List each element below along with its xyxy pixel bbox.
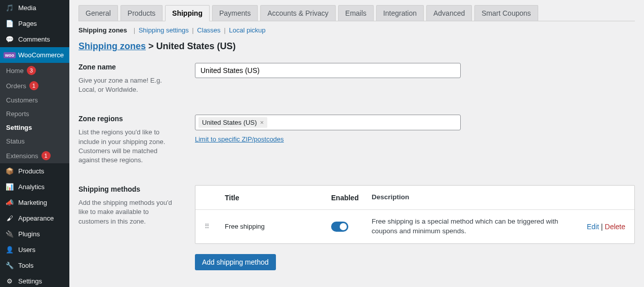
breadcrumb-current: United States (US) <box>156 41 236 51</box>
breadcrumb: Shipping zones > United States (US) <box>78 41 635 52</box>
add-shipping-method-button[interactable]: Add shipping method <box>195 254 276 270</box>
sidebar-label: Settings <box>18 277 42 285</box>
sidebar-item-woocommerce[interactable]: wooWooCommerce <box>0 47 69 63</box>
badge: 1 <box>42 151 51 160</box>
drag-handle-icon[interactable]: ⠿ <box>205 223 211 230</box>
settings-tabs: General Products Shipping Payments Accou… <box>78 5 635 21</box>
tab-emails[interactable]: Emails <box>338 5 374 21</box>
tab-products[interactable]: Products <box>120 5 163 21</box>
submenu-status[interactable]: Status <box>0 134 69 148</box>
sidebar-label: Tools <box>18 262 33 269</box>
sidebar-item-marketing[interactable]: 📣Marketing <box>0 195 69 210</box>
methods-desc: Add the shipping methods you'd like to m… <box>78 198 175 226</box>
sidebar-label: Users <box>18 246 35 254</box>
col-title: Title <box>225 194 331 202</box>
sidebar-item-media[interactable]: 🎵Media <box>0 0 69 16</box>
zone-name-input[interactable] <box>195 63 461 78</box>
tab-advanced[interactable]: Advanced <box>426 5 472 21</box>
sidebar-label: Appearance <box>18 214 54 222</box>
method-description: Free shipping is a special method which … <box>372 217 572 236</box>
tools-icon: 🔧 <box>5 262 14 269</box>
zone-regions-label: Zone regions <box>78 115 175 123</box>
submenu-extensions[interactable]: Extensions1 <box>0 148 69 163</box>
sidebar-item-comments[interactable]: 💬Comments <box>0 31 69 47</box>
zone-name-row: Zone name Give your zone a name! E.g. Lo… <box>78 63 635 94</box>
appearance-icon: 🖌 <box>5 214 14 222</box>
tab-smart-coupons[interactable]: Smart Coupons <box>474 5 538 21</box>
zone-regions-desc: List the regions you'd like to include i… <box>78 128 175 165</box>
sidebar-label: Pages <box>18 20 37 27</box>
delete-link[interactable]: Delete <box>605 223 625 231</box>
subnav-local-pickup[interactable]: Local pickup <box>229 26 265 34</box>
remove-tag-icon[interactable]: × <box>260 119 264 126</box>
edit-link[interactable]: Edit <box>587 223 599 231</box>
zone-regions-input[interactable]: United States (US) × <box>195 115 461 130</box>
shipping-methods-table: Title Enabled Description ⠿ Free shippin… <box>195 185 635 244</box>
pages-icon: 📄 <box>5 20 14 27</box>
submenu-label: Status <box>6 137 25 145</box>
limit-postcodes-link[interactable]: Limit to specific ZIP/postcodes <box>195 135 284 143</box>
submenu-orders[interactable]: Orders1 <box>0 78 69 93</box>
methods-label: Shipping methods <box>78 185 175 193</box>
col-description: Description <box>372 193 572 202</box>
woocommerce-icon: woo <box>5 52 14 58</box>
badge: 1 <box>29 81 38 90</box>
submenu-reports[interactable]: Reports <box>0 107 69 121</box>
tab-shipping[interactable]: Shipping <box>165 5 210 21</box>
enabled-toggle[interactable] <box>331 222 348 232</box>
table-row: ⠿ Free shipping Free shipping is a speci… <box>195 210 634 243</box>
submenu-label: Home <box>6 67 24 75</box>
sidebar-label: Plugins <box>18 230 40 238</box>
sidebar-label: Marketing <box>18 199 47 206</box>
zone-regions-row: Zone regions List the regions you'd like… <box>78 115 635 165</box>
submenu-settings[interactable]: Settings <box>0 121 69 134</box>
sidebar-item-settings[interactable]: ⚙Settings <box>0 273 69 287</box>
submenu-label: Settings <box>6 124 32 131</box>
subnav-shipping-settings[interactable]: Shipping settings <box>139 26 189 34</box>
tab-accounts[interactable]: Accounts & Privacy <box>260 5 336 21</box>
sidebar-item-tools[interactable]: 🔧Tools <box>0 258 69 273</box>
badge: 3 <box>27 66 36 75</box>
marketing-icon: 📣 <box>5 199 14 206</box>
sidebar-item-pages[interactable]: 📄Pages <box>0 16 69 31</box>
sidebar-label: Products <box>18 167 44 175</box>
woocommerce-submenu: Home3 Orders1 Customers Reports Settings… <box>0 63 69 163</box>
shipping-methods-row: Shipping methods Add the shipping method… <box>78 185 635 270</box>
method-title: Free shipping <box>225 223 331 230</box>
users-icon: 👤 <box>5 246 14 254</box>
submenu-label: Customers <box>6 96 38 104</box>
col-enabled: Enabled <box>331 194 372 202</box>
zone-name-label: Zone name <box>78 63 175 71</box>
zone-name-desc: Give your zone a name! E.g. Local, or Wo… <box>78 76 175 94</box>
admin-sidebar: 🎵Media 📄Pages 💬Comments wooWooCommerce H… <box>0 0 69 287</box>
media-icon: 🎵 <box>5 4 14 12</box>
submenu-label: Reports <box>6 110 29 118</box>
table-header: Title Enabled Description <box>195 186 634 210</box>
shipping-subnav: Shipping zones | Shipping settings | Cla… <box>78 26 635 34</box>
subnav-current: Shipping zones <box>78 26 127 34</box>
submenu-label: Orders <box>6 82 26 90</box>
tab-payments[interactable]: Payments <box>212 5 258 21</box>
submenu-customers[interactable]: Customers <box>0 93 69 107</box>
submenu-home[interactable]: Home3 <box>0 63 69 78</box>
sidebar-item-products[interactable]: 📦Products <box>0 163 69 179</box>
sidebar-label: WooCommerce <box>18 51 64 59</box>
sidebar-item-plugins[interactable]: 🔌Plugins <box>0 226 69 242</box>
main-content: General Products Shipping Payments Accou… <box>69 0 644 287</box>
submenu-label: Extensions <box>6 152 38 160</box>
tab-integration[interactable]: Integration <box>376 5 424 21</box>
region-tag-label: United States (US) <box>202 119 257 126</box>
sidebar-label: Media <box>18 4 36 12</box>
sidebar-item-appearance[interactable]: 🖌Appearance <box>0 210 69 226</box>
settings-icon: ⚙ <box>5 277 14 285</box>
subnav-classes[interactable]: Classes <box>197 26 220 34</box>
region-tag: United States (US) × <box>198 117 267 128</box>
plugins-icon: 🔌 <box>5 230 14 238</box>
comments-icon: 💬 <box>5 35 14 43</box>
analytics-icon: 📊 <box>5 183 14 191</box>
products-icon: 📦 <box>5 167 14 175</box>
breadcrumb-root[interactable]: Shipping zones <box>78 41 146 51</box>
sidebar-item-analytics[interactable]: 📊Analytics <box>0 179 69 195</box>
tab-general[interactable]: General <box>78 5 118 21</box>
sidebar-item-users[interactable]: 👤Users <box>0 242 69 258</box>
